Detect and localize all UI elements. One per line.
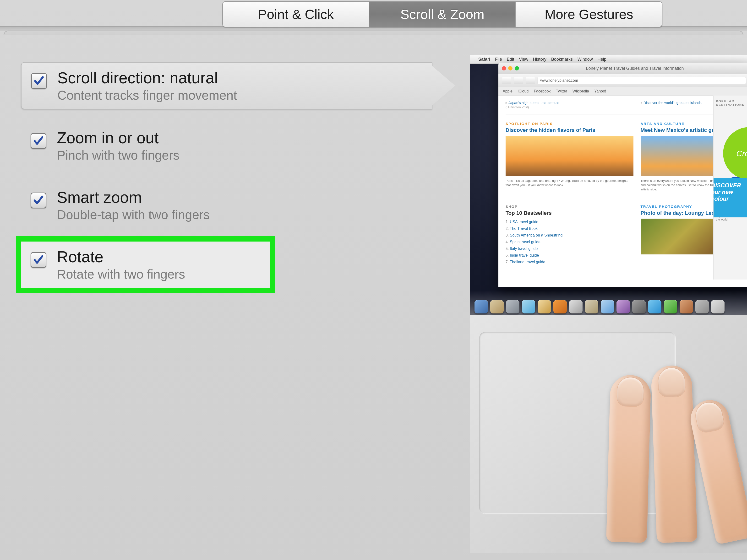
list-item: Italy travel guide [506, 245, 634, 252]
option-subtitle: Double-tap with two fingers [57, 207, 210, 222]
feature-left: SPOTLIGHT ON PARIS Discover the hidden f… [506, 122, 634, 192]
dock-icon [648, 300, 662, 314]
window-title: Lonely Planet Travel Guides and Travel I… [524, 66, 746, 71]
tab-scroll-zoom[interactable]: Scroll & Zoom [369, 2, 516, 27]
address-bar: www.lonelyplanet.com [538, 77, 746, 84]
check-icon [33, 254, 44, 266]
list-item: Thailand travel guide [506, 259, 634, 265]
discover-banner: DISCOVER our new colour [713, 178, 747, 217]
preview-trackpad [470, 315, 747, 553]
top-story-left: ▸ Japan's high-speed train debuts (Huffi… [506, 101, 634, 109]
close-icon [502, 66, 506, 71]
tab-more-gestures[interactable]: More Gestures [516, 2, 662, 27]
dock-icon [664, 300, 677, 314]
sidebar-heading: POPULAR DESTINATIONS [714, 96, 747, 110]
divider [506, 114, 747, 114]
url-text: www.lonelyplanet.com [540, 78, 578, 83]
option-text: Zoom in or out Pinch with two fingers [57, 129, 180, 162]
dock-icon [474, 300, 488, 314]
dock-icon [711, 300, 724, 314]
dock-icon [522, 300, 535, 314]
list-item: Spain travel guide [506, 239, 634, 245]
dock-icon [569, 300, 583, 314]
option-subtitle: Rotate with two fingers [57, 267, 185, 282]
bookmark-item: iCloud [518, 89, 529, 94]
dock-icon [632, 300, 646, 314]
option-scroll-direction[interactable]: Scroll direction: natural Content tracks… [21, 62, 432, 109]
menubar-item: View [519, 57, 528, 62]
dock-icon [601, 300, 614, 314]
checkbox-smart-zoom[interactable] [31, 192, 46, 208]
minimize-icon [508, 66, 513, 71]
sidebar-bubble: Croatia [723, 127, 747, 180]
menubar-app-name: Safari [478, 57, 490, 62]
forward-icon [514, 77, 523, 84]
list-item: USA travel guide [506, 219, 634, 225]
safari-titlebar: Lonely Planet Travel Guides and Travel I… [498, 62, 747, 74]
gesture-preview: Safari File Edit View History Bookmarks … [470, 55, 747, 553]
option-smart-zoom[interactable]: Smart zoom Double-tap with two fingers [21, 182, 432, 228]
check-icon [33, 75, 45, 87]
shop-section: SHOP Top 10 Bestsellers USA travel guide… [506, 205, 634, 265]
dock-icon [553, 300, 567, 314]
menubar-item: Help [598, 57, 607, 62]
list-item: India travel guide [506, 252, 634, 259]
bookmark-item: Wikipedia [572, 89, 589, 94]
option-title: Scroll direction: natural [57, 69, 237, 87]
option-text: Scroll direction: natural Content tracks… [57, 69, 237, 103]
window-controls [502, 66, 519, 71]
bookmark-item: Twitter [556, 89, 567, 94]
feature-headline: Discover the hidden flavors of Paris [506, 127, 634, 133]
feature-kicker: SPOTLIGHT ON PARIS [506, 122, 634, 126]
option-text: Rotate Rotate with two fingers [57, 248, 185, 282]
menubar-item: Window [577, 57, 593, 62]
checkbox-zoom[interactable] [31, 133, 46, 149]
bookmarks-icon [526, 77, 535, 84]
shop-kicker: SHOP [506, 205, 634, 209]
dock-icon [490, 300, 504, 314]
tab-point-click[interactable]: Point & Click [223, 2, 369, 27]
dock-icon [679, 300, 693, 314]
back-icon [502, 77, 511, 84]
dock-icon [585, 300, 598, 314]
bookmarks-bar: Apple iCloud Facebook Twitter Wikipedia … [498, 87, 747, 96]
bookmark-item: Facebook [534, 89, 550, 94]
divider [506, 197, 747, 197]
menubar-item: File [495, 57, 502, 62]
check-icon [33, 195, 44, 206]
shop-list: USA travel guide The Travel Book South A… [506, 219, 634, 265]
safari-toolbar: www.lonelyplanet.com [498, 74, 747, 87]
option-subtitle: Pinch with two fingers [57, 148, 180, 162]
shop-headline: Top 10 Bestsellers [506, 210, 634, 216]
bookmark-item: Yahoo! [594, 89, 606, 94]
list-item: The Travel Book [506, 225, 634, 232]
option-text: Smart zoom Double-tap with two fingers [57, 188, 210, 222]
zoom-icon [515, 66, 519, 71]
bookmark-item: Apple [503, 89, 513, 94]
page-sidebar: POPULAR DESTINATIONS Croatia Our new ful… [713, 96, 747, 279]
option-title: Smart zoom [57, 188, 210, 207]
option-subtitle: Content tracks finger movement [57, 88, 237, 103]
preview-screen: Safari File Edit View History Bookmarks … [470, 55, 747, 315]
dock-icon [538, 300, 551, 314]
checkbox-rotate[interactable] [31, 252, 46, 268]
options-list: Scroll direction: natural Content tracks… [21, 62, 432, 301]
option-zoom[interactable]: Zoom in or out Pinch with two fingers [21, 123, 432, 169]
checkbox-scroll-direction[interactable] [31, 73, 47, 89]
dock-icon [695, 300, 709, 314]
option-title: Zoom in or out [57, 129, 180, 147]
safari-window: Lonely Planet Travel Guides and Travel I… [498, 62, 747, 287]
tabbar: Point & Click Scroll & Zoom More Gesture… [222, 1, 662, 27]
menubar-item: Edit [507, 57, 514, 62]
option-title: Rotate [57, 248, 185, 266]
safari-page: ▸ Japan's high-speed train debuts (Huffi… [498, 96, 747, 270]
feature-image [506, 136, 634, 176]
menubar-item: History [533, 57, 546, 62]
dock [470, 291, 747, 315]
menubar-item: Bookmarks [551, 57, 573, 62]
option-rotate[interactable]: Rotate Rotate with two fingers [21, 242, 269, 288]
dock-icon [506, 300, 519, 314]
feature-body: Paris – it's all baguettes and brie, rig… [506, 179, 634, 187]
dock-icon [617, 300, 630, 314]
list-item: South America on a Shoestring [506, 232, 634, 239]
